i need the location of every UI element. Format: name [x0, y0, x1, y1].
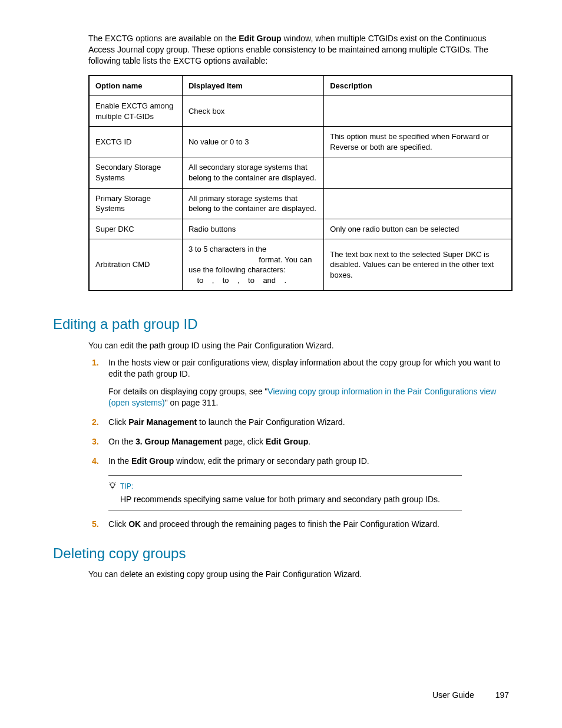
step-4-pre: In the [108, 456, 131, 466]
table-row: Arbitration CMD 3 to 5 characters in the… [89, 239, 512, 291]
edit-lead: You can edit the path group ID using the… [88, 340, 509, 351]
cell-name: Primary Storage Systems [89, 188, 182, 219]
step-3-post: . [308, 437, 310, 446]
table-row: Enable EXCTG among multiple CT-GIDs Chec… [89, 96, 512, 127]
tip-label: TIP: [120, 482, 133, 490]
step-5: Click OK and proceed through the remaini… [106, 519, 509, 530]
step-4: In the Edit Group window, edit the prima… [106, 456, 509, 510]
tip-box: TIP: HP recommends specifying same value… [108, 475, 462, 510]
step-1-detail: For details on displaying copy groups, s… [108, 386, 509, 409]
cell-desc: This option must be specified when Forwa… [324, 127, 512, 157]
th-option-name: Option name [89, 75, 182, 96]
heading-editing-path-group-id: Editing a path group ID [53, 315, 509, 334]
cell-desc [324, 188, 512, 219]
cell-name: Secondary Storage Systems [89, 157, 182, 188]
cell-item: Radio buttons [182, 219, 323, 239]
footer-label: User Guide [432, 690, 474, 700]
table-header-row: Option name Displayed item Description [89, 75, 512, 96]
table-row: Super DKC Radio buttons Only one radio b… [89, 219, 512, 239]
step-1-text: In the hosts view or pair configurations… [108, 358, 500, 378]
step-5-bold: OK [128, 519, 141, 529]
svg-line-2 [110, 482, 110, 483]
cell-name: EXCTG ID [89, 127, 182, 157]
step-3-bold2: Edit Group [266, 437, 308, 446]
table-row: EXCTG ID No value or 0 to 3 This option … [89, 127, 512, 157]
step-3: On the 3. Group Management page, click E… [106, 436, 509, 447]
step-1-detail-pre: For details on displaying copy groups, s… [108, 387, 267, 396]
svg-line-3 [115, 482, 115, 483]
delete-lead: You can delete an existing copy group us… [88, 569, 509, 580]
th-description: Description [324, 75, 512, 96]
step-1: In the hosts view or pair configurations… [106, 357, 509, 409]
step-3-mid: page, click [222, 437, 266, 446]
cell-desc [324, 96, 512, 127]
step-2-bold: Pair Management [128, 417, 197, 427]
step-2: Click Pair Management to launch the Pair… [106, 417, 509, 428]
cell-name: Arbitration CMD [89, 239, 182, 291]
page-footer: User Guide 197 [432, 690, 509, 701]
table-row: Primary Storage Systems All primary stor… [89, 188, 512, 219]
intro-bold: Edit Group [239, 34, 281, 43]
cell-item: Check box [182, 96, 323, 127]
cell-desc: The text box next to the selected Super … [324, 239, 512, 291]
cell-item: All primary storage systems that belong … [182, 188, 323, 219]
intro-paragraph: The EXCTG options are available on the E… [88, 33, 509, 67]
step-1-detail-post: " on page 311. [165, 398, 219, 407]
table-row: Secondary Storage Systems All secondary … [89, 157, 512, 188]
cell-name: Enable EXCTG among multiple CT-GIDs [89, 96, 182, 127]
step-5-pre: Click [108, 519, 128, 529]
cell-item: No value or 0 to 3 [182, 127, 323, 157]
page-number: 197 [495, 690, 509, 700]
step-3-pre: On the [108, 437, 135, 446]
th-displayed-item: Displayed item [182, 75, 323, 96]
step-2-pre: Click [108, 417, 128, 427]
cell-item: 3 to 5 characters in the format. You can… [182, 239, 323, 291]
intro-pre: The EXCTG options are available on the [88, 34, 239, 43]
step-3-bold1: 3. Group Management [135, 437, 222, 446]
step-4-post: window, edit the primary or secondary pa… [174, 456, 369, 466]
step-4-bold: Edit Group [131, 456, 174, 466]
edit-steps: In the hosts view or pair configurations… [88, 357, 509, 530]
cell-item: All secondary storage systems that belon… [182, 157, 323, 188]
heading-deleting-copy-groups: Deleting copy groups [53, 544, 509, 563]
step-2-post: to launch the Pair Configuration Wizard. [197, 417, 345, 427]
lightbulb-icon [108, 482, 117, 493]
cell-desc: Only one radio button can be selected [324, 219, 512, 239]
exctg-options-table: Option name Displayed item Description E… [88, 75, 513, 292]
tip-text: HP recommends specifying same value for … [120, 494, 462, 505]
step-5-post: and proceed through the remaining pages … [141, 519, 439, 529]
cell-name: Super DKC [89, 219, 182, 239]
cell-desc [324, 157, 512, 188]
